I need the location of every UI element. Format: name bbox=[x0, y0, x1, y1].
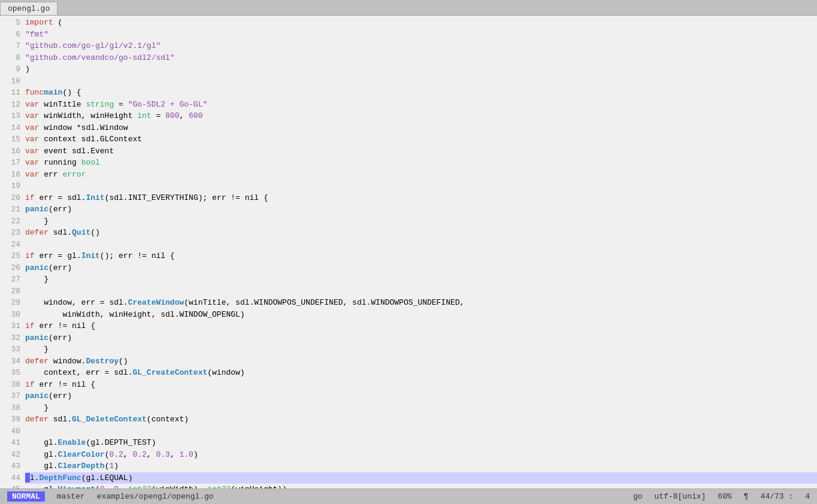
table-row: gl.Viewport(0, 0, int32(winWidth), int32… bbox=[25, 484, 817, 488]
table-row bbox=[25, 426, 817, 438]
table-row: if err != nil { bbox=[25, 379, 817, 391]
table-row: var context sdl.GLContext bbox=[25, 133, 817, 145]
table-row bbox=[25, 286, 817, 297]
table-row: } bbox=[25, 274, 817, 286]
table-row: gl.ClearColor(0.2, 0.2, 0.3, 1.0) bbox=[25, 449, 817, 461]
line-numbers: 5678910111213141516171819202122232425262… bbox=[0, 16, 25, 488]
table-row: import ( bbox=[25, 17, 817, 29]
table-row bbox=[25, 75, 817, 87]
table-row: gl.ClearDepth(1) bbox=[25, 460, 817, 472]
table-row: window, err = sdl.CreateWindow(winTitle,… bbox=[25, 297, 817, 309]
table-row: if err = sdl.Init(sdl.INIT_EVERYTHING); … bbox=[25, 192, 817, 204]
table-row: func main() { bbox=[25, 87, 817, 99]
table-row: var err error bbox=[25, 169, 817, 181]
table-row: defer window.Destroy() bbox=[25, 356, 817, 368]
text-cursor bbox=[25, 473, 30, 482]
table-row: "github.com/veandco/go-sdl2/sdl" bbox=[25, 52, 817, 64]
cursor-col: 4 bbox=[805, 492, 810, 501]
file-path: examples/opengl/opengl.go bbox=[97, 492, 214, 501]
table-row: if err = gl.Init(); err != nil { bbox=[25, 250, 817, 262]
table-row: panic(err) bbox=[25, 332, 817, 344]
table-row: var event sdl.Event bbox=[25, 145, 817, 157]
table-row: "fmt" bbox=[25, 29, 817, 41]
table-row: panic(err) bbox=[25, 204, 817, 215]
table-row: gl.Enable(gl.DEPTH_TEST) bbox=[25, 437, 817, 449]
table-row: var winWidth, winHeight int = 800, 600 bbox=[25, 110, 817, 122]
status-bar: NORMAL master examples/opengl/opengl.go … bbox=[0, 488, 817, 504]
table-row: panic(err) bbox=[25, 262, 817, 274]
file-tab[interactable]: opengl.go bbox=[0, 2, 58, 15]
table-row: gl.DepthFunc(gl.LEQUAL) bbox=[25, 472, 817, 484]
table-row: } bbox=[25, 402, 817, 414]
table-row: defer sdl.Quit() bbox=[25, 227, 817, 239]
encoding: utf-8[unix] bbox=[655, 492, 706, 501]
table-row: } bbox=[25, 344, 817, 356]
table-row: var running bool bbox=[25, 157, 817, 169]
cursor-position: 44/73 : bbox=[761, 492, 794, 501]
code-area: 5678910111213141516171819202122232425262… bbox=[0, 16, 817, 488]
code-content[interactable]: import ( "fmt" "github.com/go-gl/gl/v2.1… bbox=[25, 16, 817, 488]
table-row bbox=[25, 239, 817, 251]
table-row: var winTitle string = "Go-SDL2 + Go-GL" bbox=[25, 99, 817, 111]
table-row: panic(err) bbox=[25, 390, 817, 402]
table-row: context, err = sdl.GL_CreateContext(wind… bbox=[25, 367, 817, 379]
table-row: var window *sdl.Window bbox=[25, 122, 817, 134]
table-row bbox=[25, 180, 817, 192]
table-row: winWidth, winHeight, sdl.WINDOW_OPENGL) bbox=[25, 309, 817, 321]
pilcrow: ¶ bbox=[744, 492, 749, 501]
git-branch: master bbox=[57, 492, 85, 501]
table-row: if err != nil { bbox=[25, 320, 817, 332]
table-row: defer sdl.GL_DeleteContext(context) bbox=[25, 414, 817, 426]
tab-label: opengl.go bbox=[8, 4, 50, 13]
table-row: } bbox=[25, 215, 817, 227]
tab-bar: opengl.go bbox=[0, 0, 817, 16]
table-row: ) bbox=[25, 63, 817, 75]
table-row: "github.com/go-gl/gl/v2.1/gl" bbox=[25, 40, 817, 52]
editor: opengl.go 567891011121314151617181920212… bbox=[0, 0, 817, 504]
vim-mode: NORMAL bbox=[7, 491, 45, 502]
file-type: go bbox=[633, 492, 643, 501]
zoom-level: 60% bbox=[718, 492, 731, 501]
